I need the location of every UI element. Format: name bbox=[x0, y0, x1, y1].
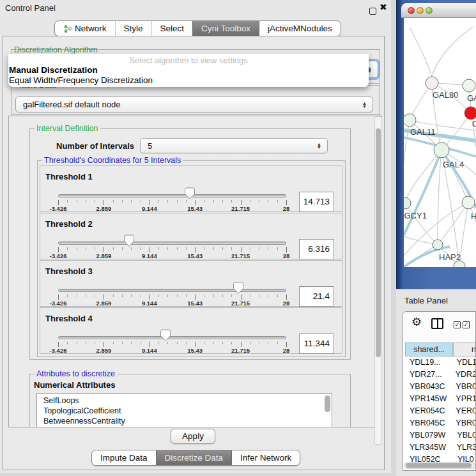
table-cell[interactable]: YDL1 bbox=[452, 357, 476, 369]
table-cell[interactable]: YBL0 bbox=[452, 429, 476, 441]
slider-ticks bbox=[58, 247, 287, 252]
table-row[interactable]: YDL19...YDL1 bbox=[405, 357, 476, 369]
list-item[interactable]: BetweennessCentrality bbox=[37, 416, 332, 426]
table-cell[interactable]: YLR345W bbox=[405, 441, 452, 454]
table-cell[interactable]: YBL079W bbox=[405, 429, 452, 441]
table-cell[interactable]: YER054C bbox=[405, 405, 451, 417]
select-columns-icon[interactable]: ✓ bbox=[454, 321, 461, 328]
list-scrollbar-thumb[interactable] bbox=[325, 395, 330, 412]
table-cell[interactable]: YPR1 bbox=[451, 393, 476, 405]
slider-thumb[interactable] bbox=[233, 282, 244, 297]
tick-label: 28 bbox=[283, 347, 290, 354]
table-row[interactable]: YLR345WYLR3 bbox=[405, 441, 476, 454]
column-layout-icon[interactable] bbox=[431, 318, 443, 329]
tab-infer-network[interactable]: Infer Network bbox=[231, 450, 300, 465]
table-row[interactable]: YIL052CYIL0 bbox=[405, 454, 476, 462]
scrollbar-thumb[interactable] bbox=[376, 128, 381, 357]
network-node-C[interactable] bbox=[464, 107, 476, 119]
list-item[interactable]: TopologicalCoefficient bbox=[37, 406, 332, 416]
tick-label: 28 bbox=[283, 252, 290, 259]
tab-network[interactable]: Network bbox=[55, 21, 115, 36]
table-cell[interactable]: YDR27... bbox=[405, 369, 451, 381]
slider-track[interactable] bbox=[58, 242, 286, 245]
column-header-shared-name[interactable]: shared... bbox=[405, 342, 453, 357]
node-label: GCY1 bbox=[404, 211, 427, 220]
node-label: H bbox=[471, 211, 476, 221]
network-node-GAL4[interactable] bbox=[434, 142, 449, 158]
threshold-4-value-field[interactable]: 11.344 bbox=[299, 334, 334, 354]
table-cell[interactable]: YPR145W bbox=[405, 393, 451, 405]
threshold-1-value-field[interactable]: 14.713 bbox=[299, 192, 334, 212]
threshold-3-value-field[interactable]: 21.4 bbox=[299, 286, 334, 307]
popup-option-equal-width-frequency[interactable]: Equal Width/Frequency Discretization bbox=[8, 75, 369, 86]
table-cell[interactable]: YBR043C bbox=[405, 381, 451, 393]
slider-thumb[interactable] bbox=[160, 329, 171, 344]
num-intervals-combobox[interactable]: 5 ▲▼ bbox=[140, 138, 328, 153]
settings-gear-icon[interactable]: ⚙ bbox=[411, 316, 422, 328]
table-horizontal-scrollbar[interactable] bbox=[404, 462, 475, 469]
tick-labels: -3.4262.8599.14415.4321.71528 bbox=[58, 205, 286, 213]
slider-track[interactable] bbox=[58, 194, 286, 197]
table-cell[interactable]: YDL19... bbox=[405, 357, 452, 369]
slider-ticks bbox=[58, 200, 287, 205]
algorithm-dropdown-popup: Select algorithm to view settings Manual… bbox=[8, 54, 369, 87]
network-node-H[interactable] bbox=[462, 196, 475, 209]
table-cell[interactable]: YDR2 bbox=[451, 369, 476, 381]
table-row[interactable]: YPR145WYPR1 bbox=[405, 393, 476, 405]
network-icon bbox=[63, 24, 72, 33]
algorithm-group-label: Discretization Algorithm bbox=[14, 45, 98, 54]
network-node-GCY1[interactable] bbox=[404, 197, 411, 209]
table-cell[interactable]: YBR0 bbox=[451, 417, 476, 429]
popup-option-manual-discretization[interactable]: Manual Discretization bbox=[8, 65, 369, 75]
network-edge[interactable] bbox=[438, 203, 468, 245]
close-traffic-light[interactable] bbox=[408, 7, 415, 14]
network-edge[interactable] bbox=[459, 203, 468, 266]
table-cell[interactable]: YER0 bbox=[451, 405, 476, 417]
table-cell[interactable]: YLR3 bbox=[452, 441, 476, 454]
network-node-HAP2[interactable] bbox=[433, 240, 443, 250]
table-row[interactable]: YBL079WYBL0 bbox=[405, 429, 476, 441]
column-header-name[interactable]: na bbox=[453, 342, 476, 357]
slider-thumb[interactable] bbox=[185, 187, 196, 203]
table-cell[interactable]: YIL0 bbox=[453, 454, 474, 462]
tab-style[interactable]: Style bbox=[115, 21, 151, 36]
tick-label: 9.144 bbox=[142, 205, 157, 212]
tab-impute-data[interactable]: Impute Data bbox=[92, 450, 156, 465]
scrollbar-thumb[interactable] bbox=[406, 463, 472, 468]
network-edge[interactable] bbox=[438, 150, 441, 245]
table-cell[interactable]: YBR0 bbox=[451, 381, 476, 393]
interval-definition-label: Interval Definition bbox=[35, 124, 100, 133]
network-node-GA[interactable] bbox=[463, 79, 475, 92]
network-node-GAL11[interactable] bbox=[404, 114, 416, 127]
slider-thumb[interactable] bbox=[123, 234, 134, 250]
network-edge[interactable] bbox=[432, 27, 473, 77]
apply-button[interactable]: Apply bbox=[171, 429, 215, 444]
table-cell[interactable]: YBR045C bbox=[405, 417, 451, 429]
network-node-GAL80[interactable] bbox=[426, 77, 438, 89]
table-data-combobox[interactable]: galFiltered.sif default node ▲▼ bbox=[15, 96, 373, 112]
zoom-traffic-light[interactable] bbox=[426, 7, 433, 14]
table-row[interactable]: YBR045CYBR0 bbox=[405, 417, 476, 429]
tick-label: 21.715 bbox=[231, 252, 250, 259]
table-row[interactable]: YBR043CYBR0 bbox=[405, 381, 476, 393]
settings-scrollbar[interactable] bbox=[374, 116, 382, 445]
network-canvas[interactable]: GAL80GACGAL11GAL4GCY1HHAP2 bbox=[404, 18, 476, 267]
list-item[interactable]: SelfLoops bbox=[37, 394, 332, 406]
table-row[interactable]: YER054CYER0 bbox=[405, 405, 476, 417]
network-edge[interactable] bbox=[410, 28, 432, 77]
tab-jactivemnodules[interactable]: jActiveMNodules bbox=[259, 21, 341, 36]
close-icon[interactable]: ✖ bbox=[380, 2, 387, 12]
minimize-traffic-light[interactable] bbox=[417, 7, 424, 14]
table-row[interactable]: YDR27...YDR2 bbox=[405, 369, 476, 381]
table-cell[interactable]: YIL052C bbox=[405, 454, 453, 462]
popup-placeholder: Select algorithm to view settings bbox=[8, 56, 369, 65]
threshold-2-value-field[interactable]: 6.316 bbox=[299, 239, 334, 259]
slider-track[interactable] bbox=[58, 336, 286, 339]
slider-track[interactable] bbox=[58, 289, 286, 292]
float-window-icon[interactable] bbox=[369, 8, 376, 15]
select-all-icon[interactable]: ✓ bbox=[463, 321, 470, 328]
tab-select[interactable]: Select bbox=[151, 21, 193, 36]
tab-cyni-toolbox[interactable]: Cyni Toolbox bbox=[192, 21, 259, 36]
tab-discretize-data[interactable]: Discretize Data bbox=[156, 450, 232, 465]
network-window-titlebar[interactable] bbox=[401, 3, 476, 18]
